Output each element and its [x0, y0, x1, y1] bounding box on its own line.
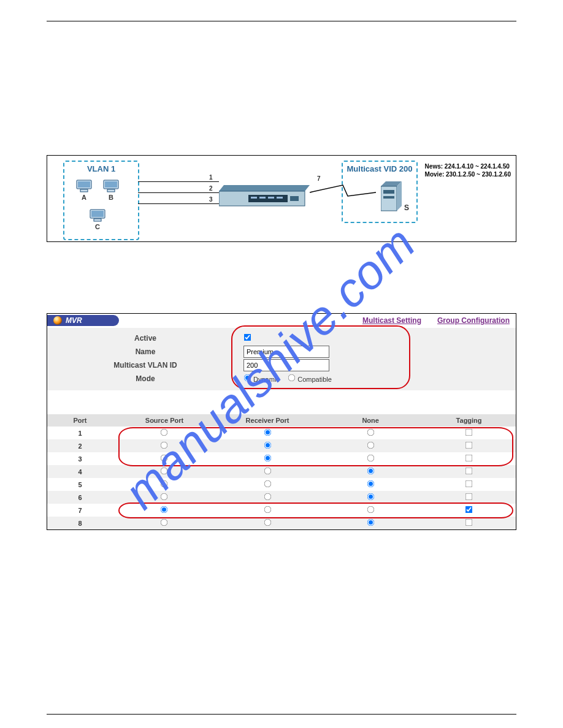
table-row: 7 [47, 504, 516, 517]
multicast-vlan-id-label: Multicast VLAN ID [47, 361, 243, 370]
computer-a-label: A [75, 194, 93, 201]
top-rule [47, 21, 516, 21]
svg-rect-4 [105, 181, 117, 188]
computer-icon [102, 179, 120, 194]
source-port-radio[interactable] [161, 455, 168, 462]
tagging-checkbox[interactable] [465, 442, 473, 449]
mode-dynamic-radio[interactable] [244, 374, 251, 382]
source-port-radio[interactable] [161, 480, 168, 488]
table-row: 1 [47, 427, 516, 439]
col-source: Source Port [113, 414, 216, 427]
port-number-cell: 8 [47, 517, 113, 529]
vlan1-label: VLAN 1 [64, 164, 138, 173]
name-input[interactable] [243, 346, 329, 358]
receiver-port-radio[interactable] [264, 519, 271, 526]
source-port-radio[interactable] [161, 493, 168, 501]
active-checkbox[interactable] [244, 334, 251, 341]
switch-icon [219, 185, 310, 208]
source-port-radio[interactable] [161, 429, 168, 436]
none-port-radio[interactable] [367, 519, 374, 526]
server-icon [381, 181, 402, 212]
receiver-port-radio[interactable] [264, 506, 271, 514]
table-row: 5 [47, 478, 516, 491]
svg-rect-21 [383, 196, 394, 199]
table-row: 6 [47, 491, 516, 504]
svg-rect-15 [277, 197, 283, 199]
receiver-port-radio[interactable] [264, 480, 271, 488]
svg-rect-20 [383, 190, 394, 194]
source-port-radio[interactable] [161, 506, 168, 514]
spacer [47, 391, 516, 414]
tagging-checkbox[interactable] [465, 506, 473, 514]
receiver-port-radio[interactable] [264, 468, 271, 475]
receiver-port-radio[interactable] [264, 455, 271, 462]
table-row: 8 [47, 517, 516, 529]
computer-icon [75, 179, 93, 194]
tagging-checkbox[interactable] [465, 480, 473, 488]
none-port-radio[interactable] [367, 493, 374, 501]
tagging-checkbox[interactable] [465, 429, 473, 436]
none-port-radio[interactable] [367, 455, 374, 462]
receiver-port-radio[interactable] [264, 493, 271, 501]
table-row: 4 [47, 465, 516, 478]
computer-c-label: C [89, 223, 106, 230]
bottom-rule [47, 714, 516, 715]
svg-marker-19 [397, 181, 402, 211]
mode-label: Mode [47, 374, 243, 383]
svg-rect-5 [107, 189, 115, 192]
svg-rect-14 [268, 197, 274, 199]
svg-rect-13 [259, 197, 266, 199]
wire [138, 203, 219, 204]
svg-rect-2 [80, 189, 88, 192]
col-receiver: Receiver Port [216, 414, 319, 427]
panel-title-pill: MVR [47, 315, 119, 326]
mvr-settings-band: Active Name Multicast VLAN ID Mode Dynam… [47, 327, 516, 391]
active-label: Active [47, 334, 243, 343]
group-configuration-link[interactable]: Group Configuration [437, 316, 510, 325]
none-port-radio[interactable] [367, 442, 374, 449]
panel-title: MVR [66, 316, 82, 325]
source-port-radio[interactable] [161, 468, 168, 475]
tagging-checkbox[interactable] [465, 455, 473, 462]
port-grid-wrapper: Port Source Port Receiver Port None Tagg… [47, 414, 516, 529]
multicast-vlan-id-input[interactable] [243, 359, 329, 371]
mode-compatible-radio[interactable] [288, 374, 296, 382]
port-1-label: 1 [209, 174, 213, 181]
table-row: 3 [47, 452, 516, 465]
col-none: None [319, 414, 422, 427]
source-port-radio[interactable] [161, 442, 168, 449]
port-number-cell: 1 [47, 427, 113, 439]
none-port-radio[interactable] [367, 468, 374, 475]
port-number-cell: 4 [47, 465, 113, 478]
svg-rect-16 [290, 196, 299, 201]
svg-marker-9 [219, 185, 310, 191]
port-7-label: 7 [317, 175, 321, 182]
port-2-label: 2 [209, 185, 213, 192]
port-number-cell: 3 [47, 452, 113, 465]
page: manualshive.com VLAN 1 A B C Multicast V… [0, 0, 563, 728]
port-role-table: Port Source Port Receiver Port None Tagg… [47, 414, 516, 529]
svg-rect-7 [91, 211, 104, 217]
computer-icon [89, 208, 106, 223]
tagging-checkbox[interactable] [465, 519, 473, 526]
multicast-setting-link[interactable]: Multicast Setting [362, 316, 421, 325]
wire [138, 192, 219, 193]
port-number-cell: 2 [47, 439, 113, 452]
receiver-port-radio[interactable] [264, 429, 271, 436]
port-number-cell: 7 [47, 504, 113, 517]
tagging-checkbox[interactable] [465, 493, 473, 501]
computer-b-label: B [102, 194, 120, 201]
mvr-panel: MVR Multicast Setting Group Configuratio… [47, 313, 516, 530]
source-port-radio[interactable] [161, 519, 168, 526]
multicast-vid-label: Multicast VID 200 [343, 164, 416, 173]
tagging-checkbox[interactable] [465, 468, 473, 475]
network-diagram: VLAN 1 A B C Multicast VID 200 News: 224… [47, 155, 516, 242]
port-number-cell: 5 [47, 478, 113, 491]
name-label: Name [47, 347, 243, 356]
col-tagging: Tagging [422, 414, 516, 427]
receiver-port-radio[interactable] [264, 442, 271, 449]
none-port-radio[interactable] [367, 506, 374, 514]
none-port-radio[interactable] [367, 429, 374, 436]
none-port-radio[interactable] [367, 480, 374, 488]
server-s-label: S [404, 203, 409, 212]
